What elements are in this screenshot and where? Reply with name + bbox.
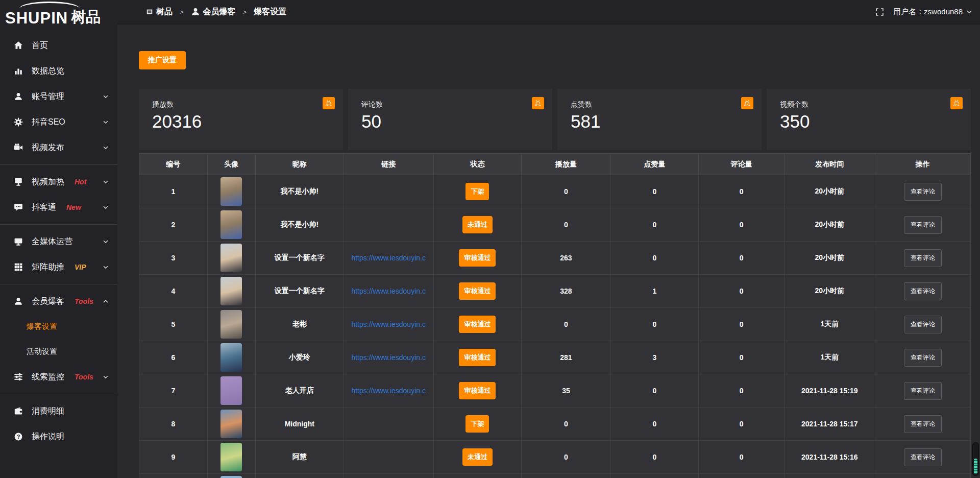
menu-divider [0,394,117,394]
cell-nickname: 我不是小帅! [256,208,344,242]
view-comments-button[interactable]: 查看评论 [904,282,942,300]
menu-badge: New [66,203,81,211]
cell-status: 未通过 [433,208,522,242]
username-label: 用户名：zswodun88 [893,7,963,17]
video-link[interactable]: https://www.iesdouyin.c [351,254,426,262]
stat-card-点赞数: 点赞数581总 [557,89,762,150]
user-icon [191,7,200,16]
view-comments-button[interactable]: 查看评论 [904,183,942,201]
sidebar-item-操作说明[interactable]: ?操作说明 [0,424,117,449]
promo-settings-button[interactable]: 推广设置 [139,51,186,69]
sidebar-item-全媒体运营[interactable]: 全媒体运营 [0,229,117,254]
cell-status: 下架 [433,408,522,441]
cell-id: 7 [139,374,208,408]
status-button[interactable]: 下架 [465,183,489,200]
column-header-状态: 状态 [433,154,522,175]
sidebar-item-抖客通[interactable]: 抖客通New [0,195,117,220]
sidebar-item-线索监控[interactable]: 线索监控Tools [0,364,117,390]
cell-likes: 0 [610,408,699,441]
cell-link: https://www.iesdouyin.c [344,341,433,374]
table-row: 4设置一个新名字https://www.iesdouyin.c审核通过32810… [139,275,971,308]
view-comments-button[interactable]: 查看评论 [904,249,942,267]
username-dropdown[interactable]: 用户名：zswodun88 [893,7,973,17]
column-header-发布时间: 发布时间 [785,154,875,175]
chevron-up-icon [102,298,109,305]
cell-plays [522,474,610,478]
avatar [220,476,242,478]
chevron-down-icon [102,264,109,271]
sidebar-item-label: 操作说明 [32,432,64,442]
stat-card-评论数: 评论数50总 [348,89,552,150]
cell-link [344,208,433,242]
cell-link: https://www.iesdouyin.c [344,242,433,275]
sidebar-item-会员爆客[interactable]: 会员爆客Tools [0,289,117,314]
status-button[interactable]: 审核通过 [459,349,496,366]
cell-action: 查看评论 [875,308,970,341]
submenu-item-活动设置[interactable]: 活动设置 [0,339,117,364]
cell-time: 2021-11-28 15:19 [785,374,875,408]
cell-id: 5 [139,308,208,341]
sidebar-item-账号管理[interactable]: 账号管理 [0,84,117,109]
sidebar-item-数据总览[interactable]: 数据总览 [0,58,117,84]
status-button[interactable]: 审核通过 [459,249,496,267]
cell-time: 1天前 [785,341,875,374]
sidebar-item-首页[interactable]: 首页 [0,33,117,58]
cell-plays: 0 [522,441,610,474]
view-comments-button[interactable]: 查看评论 [904,448,942,466]
cell-id: 6 [139,341,208,374]
column-header-点赞量: 点赞量 [610,154,699,175]
submenu-item-爆客设置[interactable]: 爆客设置 [0,314,117,339]
app-logo[interactable]: SHUPIN 树品 [0,0,117,30]
user-icon [14,92,23,101]
sidebar-item-视频加热[interactable]: 视频加热Hot [0,169,117,195]
status-button[interactable]: 审核通过 [459,316,496,333]
cell-plays: 0 [522,308,610,341]
video-link[interactable]: https://www.iesdouyin.c [351,387,426,395]
cell-time: 20小时前 [785,275,875,308]
view-comments-button[interactable]: 查看评论 [904,415,942,433]
view-comments-button[interactable]: 查看评论 [904,349,942,367]
status-button[interactable]: 下架 [465,415,489,433]
cell-status [433,474,522,478]
chevron-down-icon [102,118,109,126]
video-link[interactable]: https://www.iesdouyin.c [351,320,426,328]
breadcrumb-item-会员爆客[interactable]: 会员爆客 [191,7,236,17]
user-icon [14,297,23,306]
view-comments-button[interactable]: 查看评论 [904,216,942,234]
cell-nickname: Midnight [256,408,344,441]
video-link[interactable]: https://www.iesdouyin.c [351,287,426,295]
stat-card-value: 581 [571,111,748,132]
status-button[interactable]: 未通过 [462,448,493,466]
scrollbar[interactable] [972,442,979,476]
question-icon: ? [14,432,23,441]
sidebar-item-视频发布[interactable]: 视频发布 [0,135,117,160]
chevron-down-icon [102,238,109,245]
cell-avatar [207,308,255,341]
main-content: 推广设置 播放数20316总评论数50总点赞数581总视频个数350总 编号头像… [117,26,980,478]
sidebar-item-矩阵助推[interactable]: 矩阵助推VIP [0,254,117,280]
stat-card-value: 20316 [152,111,330,132]
view-comments-button[interactable]: 查看评论 [904,316,942,333]
status-button[interactable]: 审核通过 [459,282,496,300]
cell-nickname: 老人开店 [256,374,344,408]
cell-nickname: 设置一个新名字 [256,275,344,308]
video-link[interactable]: https://www.iesdouyin.c [351,353,426,362]
sidebar-item-抖音SEO[interactable]: 抖音SEO [0,109,117,135]
fullscreen-icon[interactable] [875,8,884,16]
avatar [220,277,242,305]
sidebar-item-消费明细[interactable]: 消费明细 [0,398,117,424]
status-button[interactable]: 审核通过 [459,382,496,399]
view-comments-button[interactable]: 查看评论 [904,382,942,400]
table-row: 3设置一个新名字https://www.iesdouyin.c审核通过26300… [139,242,971,275]
scrollbar-thumb[interactable] [974,459,977,474]
heat-icon [14,177,23,186]
breadcrumb-item-树品[interactable]: 树品 [146,7,173,17]
chart-icon [14,66,23,76]
cell-action: 查看评论 [875,275,970,308]
breadcrumb-label: 会员爆客 [203,7,236,17]
cell-comments: 0 [699,408,785,441]
status-button[interactable]: 未通过 [462,216,493,233]
cell-action: 查看评论 [875,408,970,441]
svg-text:?: ? [17,434,20,440]
avatar [220,343,242,372]
